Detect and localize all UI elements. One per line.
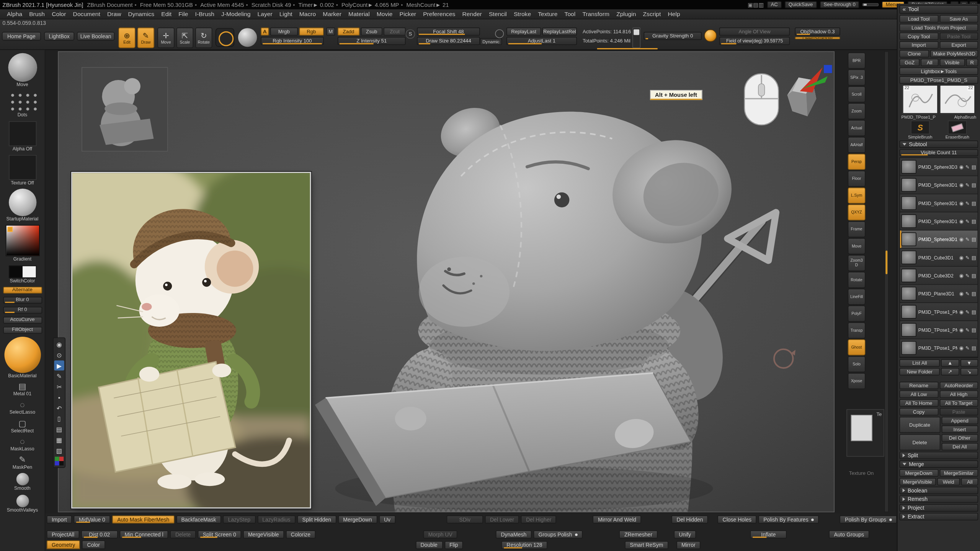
polypaint-icon[interactable]: ✎: [965, 309, 970, 315]
current-tool-button[interactable]: PM3D_TPose1_PM3D_S: [899, 76, 978, 84]
subtool-down-button[interactable]: ▼: [960, 359, 978, 367]
alpha-channel-badge[interactable]: A: [261, 28, 269, 36]
layout-icon[interactable]: ▥: [758, 2, 764, 8]
menu-item[interactable]: Material: [345, 10, 373, 18]
texture-thumbnail[interactable]: [851, 415, 872, 441]
material-preview-startup[interactable]: StartupMaterial: [0, 189, 45, 222]
texture-slot[interactable]: Texture Off: [0, 155, 45, 186]
deepshadow-button[interactable]: DeepShadow: [795, 37, 840, 39]
subtool-row[interactable]: PM3D_TPose1_PM3D_Sphere3 ◉ ✎ ▤: [900, 303, 977, 321]
tool-panel-button[interactable]: R: [966, 59, 978, 66]
smoothvalleys-brush[interactable]: SmoothValleys: [0, 494, 45, 513]
ui-list-icon[interactable]: ▤: [972, 200, 976, 206]
dock-button[interactable]: LazyStep: [223, 515, 256, 523]
menu-item[interactable]: Picker: [396, 10, 419, 18]
rf-slider[interactable]: Rf 0: [0, 306, 45, 313]
dock-button[interactable]: LazyRadius: [257, 515, 295, 523]
merge-section-header[interactable]: Merge: [899, 460, 978, 468]
dot-icon[interactable]: •: [54, 392, 64, 402]
ui-list-icon[interactable]: ▤: [972, 182, 976, 188]
replay-last-button[interactable]: ReplayLast: [506, 28, 541, 36]
visibility-eye-icon[interactable]: ◉: [959, 345, 963, 351]
dock-button[interactable]: Colorize: [286, 530, 316, 538]
dock-button[interactable]: Polish By Features: [758, 515, 819, 523]
visible-count-slider[interactable]: Visible Count 11: [899, 149, 978, 156]
dock-button[interactable]: Del Lower: [485, 515, 519, 523]
menu-item[interactable]: Color: [49, 10, 69, 18]
visibility-eye-icon[interactable]: ◉: [959, 254, 963, 260]
menu-item[interactable]: Texture: [535, 10, 561, 18]
subtool-section-header[interactable]: Subtool: [899, 140, 978, 148]
move-mode-button[interactable]: Move: [848, 238, 866, 254]
lazy-stroke-icon[interactable]: [495, 29, 504, 38]
actual-button[interactable]: Actual: [848, 120, 866, 136]
accucurve-button[interactable]: AccuCurve: [0, 316, 45, 323]
subtool-row[interactable]: PM3D_Cube3D1 ◉ ✎ ▤: [900, 249, 977, 267]
tool-panel-button[interactable]: GoZ: [899, 59, 920, 66]
menu-item[interactable]: Macro: [296, 10, 319, 18]
metal01-item[interactable]: ▤ Metal 01: [0, 382, 45, 397]
tool-panel-button[interactable]: MergeVisible: [899, 478, 936, 486]
tool-panel-button[interactable]: Export: [939, 41, 978, 49]
clipboard-icon[interactable]: ▧: [54, 445, 64, 455]
tool-panel-button[interactable]: Lightbox►Tools: [899, 67, 978, 75]
vertical-slider[interactable]: [632, 28, 640, 48]
selectrect-brush[interactable]: ▢ SelectRect: [0, 418, 45, 434]
see-through-slider[interactable]: [862, 3, 879, 6]
tool-panel-button[interactable]: Save As: [939, 15, 978, 23]
dock-button[interactable]: Unify: [674, 530, 696, 538]
trash-icon[interactable]: ▯: [54, 414, 64, 424]
move-out-folder-button[interactable]: ↗: [941, 368, 959, 376]
dock-button[interactable]: Mirror And Weld: [593, 515, 641, 523]
visibility-eye-icon[interactable]: ◉: [959, 309, 963, 315]
subtool-row[interactable]: PM3D_Sphere3D1_8 ◉ ✎ ▤: [900, 194, 977, 212]
tool-panel-button[interactable]: All To Target: [939, 399, 978, 407]
dock-button[interactable]: Uv: [379, 515, 395, 523]
dock-button[interactable]: Groups Polish: [533, 530, 583, 538]
menu-item[interactable]: Stencil: [486, 10, 510, 18]
tool-panel-button[interactable]: Import: [899, 41, 938, 49]
ui-list-icon[interactable]: ▤: [972, 164, 976, 170]
stroke-s-icon[interactable]: S: [406, 29, 415, 39]
color-swatches[interactable]: [54, 456, 64, 466]
simplebrush-slot[interactable]: S SimpleBrush: [903, 121, 938, 139]
insert-button[interactable]: Insert: [941, 425, 978, 433]
subtool-thumbnail[interactable]: [901, 214, 916, 228]
dock-button[interactable]: BackfaceMask: [176, 515, 221, 523]
ui-list-icon[interactable]: ▤: [972, 345, 976, 351]
transp-button[interactable]: Transp: [848, 322, 866, 338]
dock-button[interactable]: Double: [415, 541, 443, 549]
visibility-eye-icon[interactable]: ◉: [959, 236, 963, 242]
aahalf-button[interactable]: AAHalf: [848, 137, 866, 153]
dock-button[interactable]: Min Connected l: [119, 530, 168, 538]
menu-item[interactable]: Help: [665, 10, 683, 18]
display-icon[interactable]: ▣: [748, 2, 753, 8]
panel-icon[interactable]: ▤: [753, 2, 758, 8]
color-picker[interactable]: Gradient: [0, 225, 45, 262]
subtool-row[interactable]: PM3D_TPose1_PM3D_Sphere3 ◉ ✎ ▤: [900, 321, 977, 339]
dynamic-toggle[interactable]: Dynamic: [480, 38, 502, 45]
polyf-button[interactable]: PolyF: [848, 305, 866, 321]
selectlasso-brush[interactable]: ◌ SelectLasso: [0, 400, 45, 415]
linefill-button[interactable]: LineFill: [848, 289, 866, 305]
mrgb-button[interactable]: Mrgb: [270, 28, 298, 36]
dock-button[interactable]: Smart ReSym: [625, 541, 668, 549]
extract-section-header[interactable]: Extract: [899, 513, 978, 520]
tool-panel-button[interactable]: Paste: [939, 408, 978, 416]
menu-item[interactable]: Render: [459, 10, 485, 18]
tab-color[interactable]: Color: [82, 540, 105, 549]
dock-button[interactable]: Auto Mask FiberMesh: [112, 515, 174, 523]
ui-list-icon[interactable]: ▤: [972, 291, 976, 297]
floor-button[interactable]: Floor: [848, 171, 866, 187]
scale-button[interactable]: ⇱ Scale: [176, 28, 193, 48]
append-button[interactable]: Append: [941, 417, 978, 424]
subtool-up-button[interactable]: ▲: [941, 359, 959, 367]
menu-item[interactable]: Brush: [26, 10, 48, 18]
dock-button[interactable]: Del Higher: [521, 515, 556, 523]
alternate-button[interactable]: Alternate: [0, 287, 45, 293]
eraserbrush-slot[interactable]: EraserBrush: [940, 121, 975, 139]
menu-item[interactable]: Draw: [104, 10, 124, 18]
objshadow-slider[interactable]: ObjShadow 0.3: [795, 28, 840, 36]
stroke-preview-dots[interactable]: Dots: [0, 91, 45, 118]
smooth-brush[interactable]: Smooth: [0, 473, 45, 491]
